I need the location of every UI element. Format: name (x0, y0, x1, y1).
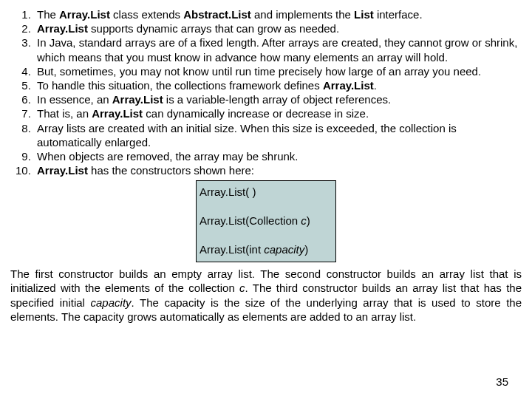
text-italic: c (239, 282, 245, 294)
constructor-row: Array.List(Collection c) (200, 213, 332, 228)
text: and implements the (251, 8, 354, 21)
list-item: But, sometimes, you may not know until r… (34, 64, 522, 78)
text: That is, an (37, 107, 92, 120)
paragraph: The first constructor builds an empty ar… (10, 267, 522, 324)
constructor-row: Array.List( ) (200, 184, 332, 200)
text: In essence, an (37, 93, 112, 106)
text-bold: Abstract.List (183, 8, 251, 21)
text-bold: List (354, 8, 374, 21)
text-bold: Array.List (112, 93, 163, 106)
text-italic: capacity (91, 296, 132, 309)
text-bold: Array.List (59, 8, 110, 21)
text-bold: Array.List (92, 107, 143, 120)
text: In Java, standard arrays are of a fixed … (37, 36, 517, 63)
text: has the constructors shown here: (88, 164, 254, 177)
text-bold: Array.List (37, 22, 88, 35)
text: To handle this situation, the collection… (37, 79, 323, 92)
text: can dynamically increase or decrease in … (143, 107, 369, 120)
text: . (374, 79, 377, 92)
list-item: Array lists are created with an initial … (34, 121, 522, 149)
list-item: In essence, an Array.List is a variable-… (34, 92, 522, 106)
constructor-row: Array.List(int capacity) (200, 242, 332, 257)
text: interface. (374, 8, 423, 21)
text-italic: c (301, 214, 307, 227)
text: The (37, 8, 59, 21)
text: ) (304, 243, 308, 256)
text: supports dynamic arrays that can grow as… (88, 22, 339, 35)
text: When objects are removed, the array may … (37, 150, 299, 163)
text-bold: Array.List (323, 79, 374, 92)
list-item: When objects are removed, the array may … (34, 149, 522, 163)
text: Array.List(int (200, 243, 264, 256)
list-item: Array.List supports dynamic arrays that … (34, 21, 522, 35)
list-item: That is, an Array.List can dynamically i… (34, 106, 522, 120)
text: ) (307, 214, 310, 227)
text: Array lists are created with an initial … (37, 122, 457, 149)
list-item: In Java, standard arrays are of a fixed … (34, 35, 522, 64)
main-list: The Array.List class extends Abstract.Li… (10, 7, 522, 177)
text: But, sometimes, you may not know until r… (37, 65, 481, 78)
constructor-box: Array.List( ) Array.List(Collection c) A… (196, 180, 336, 262)
list-item: Array.List has the constructors shown he… (34, 163, 522, 177)
list-item: To handle this situation, the collection… (34, 78, 522, 92)
list-item: The Array.List class extends Abstract.Li… (34, 7, 522, 21)
text-italic: capacity (264, 243, 304, 256)
text: is a variable-length array of object ref… (163, 93, 392, 106)
text: Array.List( ) (200, 185, 256, 198)
text: class extends (110, 8, 183, 21)
text: Array.List(Collection (200, 214, 301, 227)
text-bold: Array.List (37, 164, 88, 177)
